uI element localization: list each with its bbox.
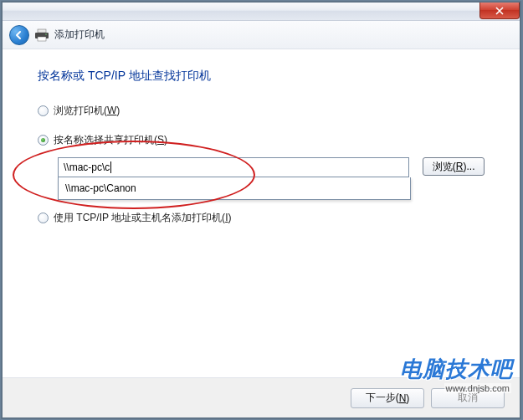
close-button[interactable] (479, 3, 520, 19)
share-path-input[interactable]: \\mac-pc\c (58, 157, 409, 177)
page-heading: 按名称或 TCP/IP 地址查找打印机 (38, 69, 485, 84)
watermark-url: www.dnjsb.com (444, 383, 511, 393)
radio-icon (38, 135, 49, 146)
svg-rect-2 (38, 37, 46, 41)
option-tcpip[interactable]: 使用 TCP/IP 地址或主机名添加打印机(I) (38, 211, 485, 225)
content-area: 按名称或 TCP/IP 地址查找打印机 浏览打印机(W) 按名称选择共享打印机(… (3, 50, 520, 376)
back-arrow-icon (14, 30, 24, 40)
option-label: 浏览打印机(W) (54, 104, 120, 118)
titlebar (3, 3, 520, 21)
printer-icon (34, 28, 49, 42)
wizard-window: 添加打印机 按名称或 TCP/IP 地址查找打印机 浏览打印机(W) 按名称选择… (2, 2, 520, 418)
option-label: 按名称选择共享打印机(S) (54, 133, 167, 147)
close-icon (495, 7, 504, 15)
footer: 下一步(N) 取消 (3, 377, 520, 417)
input-value: \\mac-pc\c (64, 161, 110, 173)
share-name-group: \\mac-pc\c 浏览(R)... \\mac-pc\Canon (38, 157, 485, 177)
nav-title: 添加打印机 (54, 28, 105, 42)
text-cursor (110, 161, 111, 173)
browse-button[interactable]: 浏览(R)... (423, 157, 485, 176)
autocomplete-item[interactable]: \\mac-pc\Canon (59, 177, 410, 199)
radio-icon (38, 105, 49, 116)
svg-point-3 (45, 33, 47, 35)
svg-rect-0 (38, 29, 46, 33)
back-button[interactable] (9, 25, 29, 45)
nav-bar: 添加打印机 (3, 21, 520, 49)
option-browse-printers[interactable]: 浏览打印机(W) (38, 104, 485, 118)
radio-icon (38, 213, 49, 223)
next-button[interactable]: 下一步(N) (351, 388, 424, 408)
option-select-by-name[interactable]: 按名称选择共享打印机(S) (38, 133, 485, 147)
option-label: 使用 TCP/IP 地址或主机名添加打印机(I) (54, 211, 231, 225)
watermark-url-wrap: www.dnjsb.com (444, 382, 511, 394)
autocomplete-dropdown: \\mac-pc\Canon (58, 177, 411, 200)
